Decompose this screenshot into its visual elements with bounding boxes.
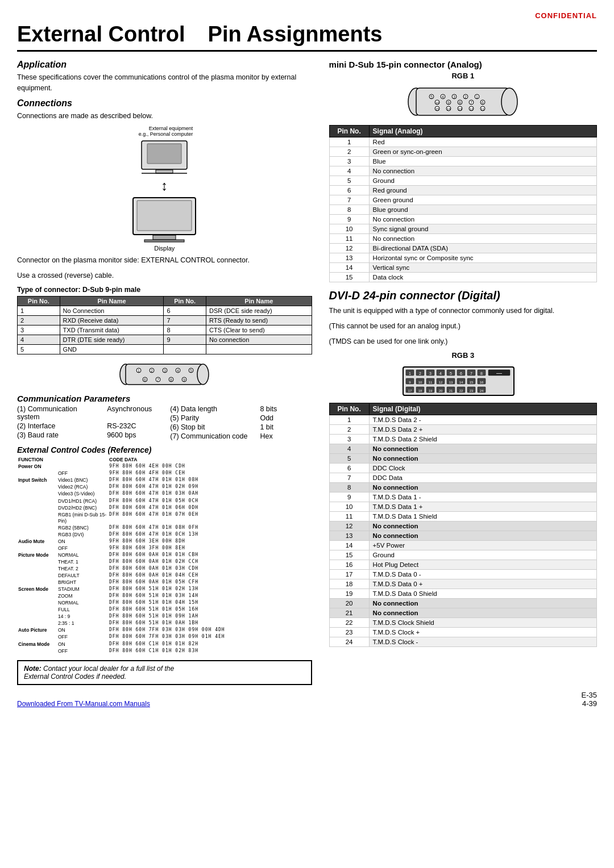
digital-row: 9T.M.D.S Data 1 - xyxy=(329,493,596,502)
analog-row: 3Blue xyxy=(329,157,596,166)
comm-params-title: Communication Parameters xyxy=(17,394,312,403)
svg-text:2: 2 xyxy=(151,369,153,373)
codes-row: Picture ModeNORMALDFH 80H 60H 0AH 01H 01… xyxy=(17,552,312,558)
svg-text:7: 7 xyxy=(470,101,472,105)
svg-text:1: 1 xyxy=(409,372,411,375)
downloaded-from-link[interactable]: Downloaded From TV-Manual.com Manuals xyxy=(17,700,150,708)
analog-row: 11No connection xyxy=(329,234,596,244)
codes-row: RGB2 (5BNC)DFH 80H 60H 47H 01H 08H 0FH xyxy=(17,524,312,531)
digital-row: 23T.M.D.S Clock + xyxy=(329,628,596,637)
svg-text:14: 14 xyxy=(447,107,451,111)
digital-row: 16Hot Plug Detect xyxy=(329,560,596,570)
svg-text:15: 15 xyxy=(470,381,474,384)
digital-row: 12No connection xyxy=(329,521,596,531)
svg-text:6: 6 xyxy=(460,372,462,375)
dvi-text3: (TMDS can be used for one link only.) xyxy=(329,336,597,347)
svg-text:8: 8 xyxy=(170,378,172,382)
rgb3-label: RGB 3 xyxy=(329,351,597,360)
application-title: Application xyxy=(17,60,312,70)
svg-text:19: 19 xyxy=(429,389,433,393)
digital-row: 17T.M.D.S Data 0 - xyxy=(329,570,596,579)
svg-text:8: 8 xyxy=(480,372,483,375)
svg-text:2: 2 xyxy=(419,372,421,375)
svg-text:22: 22 xyxy=(459,389,463,393)
svg-text:5: 5 xyxy=(450,372,452,375)
svg-text:4: 4 xyxy=(442,95,444,99)
svg-text:4: 4 xyxy=(439,372,442,375)
svg-rect-7 xyxy=(144,240,184,242)
codes-row: ZOOMDFH 80H 60H 51H 01H 03H 14H xyxy=(17,593,312,600)
svg-text:5: 5 xyxy=(190,369,192,373)
svg-text:14: 14 xyxy=(459,381,463,384)
codes-row: Input SwitchVideo1 (BNC)DFH 80H 60H 47H … xyxy=(17,477,312,484)
codes-row: NORMALDFH 80H 60H 51H 01H 04H 15H xyxy=(17,600,312,607)
svg-text:24: 24 xyxy=(480,389,484,393)
svg-rect-5 xyxy=(137,201,192,231)
codes-row: Cinema ModeONDFH 80H 60H C1H 01H 01H 82H xyxy=(17,641,312,648)
connections-text: Connections are made as described below. xyxy=(17,111,312,122)
codes-row: RGB3 (DVI)DFH 80H 60H 47H 01H 0CH 13H xyxy=(17,531,312,538)
connections-title: Connections xyxy=(17,98,312,108)
digital-row: 13No connection xyxy=(329,531,596,541)
digital-row: 14+5V Power xyxy=(329,541,596,550)
connector-text2: Use a crossed (reverse) cable. xyxy=(17,270,312,281)
digital-row: 19T.M.D.S Data 0 Shield xyxy=(329,589,596,599)
svg-text:1: 1 xyxy=(476,95,478,99)
svg-text:11: 11 xyxy=(429,381,433,384)
svg-text:12: 12 xyxy=(470,107,474,111)
rgb1-label: RGB 1 xyxy=(329,72,597,80)
codes-row: THEAT. 1DFH 80H 60H 0AH 01H 02H CCH xyxy=(17,558,312,565)
note-box: Note: Contact your local dealer for a fu… xyxy=(17,660,312,685)
confidential-label: CONFIDENTIAL xyxy=(17,11,597,20)
codes-row: DVD2/HD2 (BNC)DFH 80H 60H 47H 01H 06H 0D… xyxy=(17,504,312,511)
connector-text1: Connector on the plasma monitor side: EX… xyxy=(17,255,312,266)
svg-text:15: 15 xyxy=(435,107,439,111)
codes-row: 14 : 9DFH 80H 60H 51H 01H 09H 1AH xyxy=(17,614,312,620)
svg-rect-9 xyxy=(126,364,203,385)
codes-title: External Control Codes (Reference) xyxy=(17,445,312,454)
analog-row: 7Green ground xyxy=(329,195,596,205)
dsub-table: Pin No. Pin Name Pin No. Pin Name 1No Co… xyxy=(17,296,312,354)
svg-point-10 xyxy=(197,364,209,385)
svg-text:10: 10 xyxy=(435,101,439,105)
svg-text:7: 7 xyxy=(157,378,159,382)
comm-param-item: (6) Stop bit1 bit xyxy=(170,423,312,431)
codes-row: BRIGHTDFH 80H 60H 0AH 01H 05H CFH xyxy=(17,579,312,586)
svg-text:12: 12 xyxy=(439,381,443,384)
svg-text:16: 16 xyxy=(480,381,484,384)
digital-row: 18T.M.D.S Data 0 + xyxy=(329,579,596,589)
digital-row: 20No connection xyxy=(329,599,596,608)
rgb1-connector-svg: 5 4 3 2 1 10 9 8 7 6 xyxy=(406,84,520,120)
mini-dsub-title: mini D-Sub 15-pin connector (Analog) xyxy=(329,60,597,69)
comm-param-item: (7) Communication codeHex xyxy=(170,432,312,440)
analog-row: 12Bi-directional DATA (SDA) xyxy=(329,244,596,253)
dvi-text2: (This cannot be used for an analog input… xyxy=(329,321,597,332)
digital-row: 2T.M.D.S Data 2 + xyxy=(329,425,596,435)
digital-row: 6DDC Clock xyxy=(329,464,596,473)
analog-row: 2Green or sync-on-green xyxy=(329,147,596,157)
codes-row: DVD1/HD1 (RCA)DFH 80H 60H 47H 01H 05H 0C… xyxy=(17,498,312,504)
svg-text:3: 3 xyxy=(164,369,166,373)
svg-text:6: 6 xyxy=(144,378,146,382)
svg-text:5: 5 xyxy=(430,95,433,99)
rgb3-connector-svg: 1 2 3 4 5 6 7 8 — 9 xyxy=(400,364,525,398)
digital-row: 15Ground xyxy=(329,550,596,560)
codes-row: DEFAULTDFH 80H 60H 0AH 01H 04H CEH xyxy=(17,573,312,579)
comm-param-item: (5) ParityOdd xyxy=(170,414,312,422)
monitor-diagram: External equipment e.g., Personal comput… xyxy=(17,126,312,252)
svg-text:1: 1 xyxy=(138,369,140,373)
analog-row: 4No connection xyxy=(329,166,596,176)
comm-param-item: (2) InterfaceRS-232C xyxy=(17,422,159,430)
svg-text:10: 10 xyxy=(418,381,422,384)
digital-row: 5No connection xyxy=(329,454,596,464)
right-column: mini D-Sub 15-pin connector (Analog) RGB… xyxy=(329,60,597,685)
comm-param-item: (4) Data length8 bits xyxy=(170,405,312,413)
svg-rect-6 xyxy=(153,235,176,240)
svg-text:6: 6 xyxy=(482,101,484,105)
display-label: Display xyxy=(130,245,198,252)
svg-text:18: 18 xyxy=(418,389,422,393)
dsub9-diagram: 1 2 3 4 5 6 7 8 9 xyxy=(17,359,312,390)
codes-row: Video2 (RCA)DFH 80H 60H 47H 01H 02H 09H xyxy=(17,484,312,491)
left-column: Application These specifications cover t… xyxy=(17,60,312,685)
svg-text:23: 23 xyxy=(470,389,474,393)
